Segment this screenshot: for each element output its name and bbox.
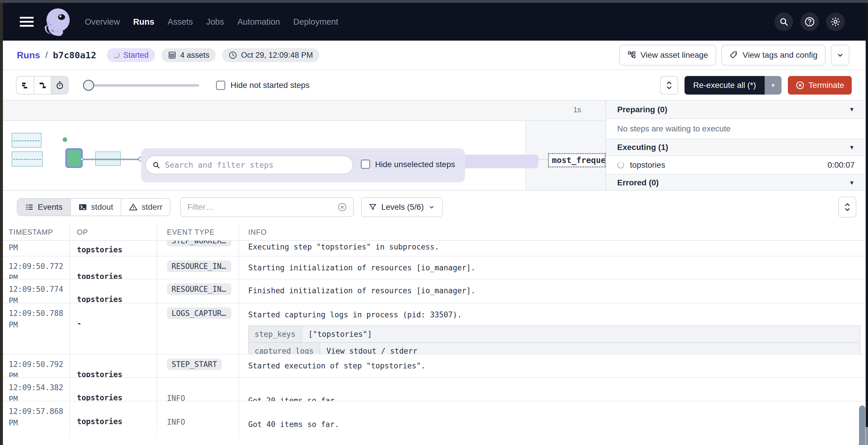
log-timestamp-link[interactable]: 12:09:54.382 PM bbox=[9, 382, 68, 402]
step-box-not-started-2[interactable] bbox=[11, 151, 43, 167]
warning-triangle-icon bbox=[129, 203, 137, 211]
breadcrumb-runs-link[interactable]: Runs bbox=[17, 50, 40, 61]
panel-section-errored[interactable]: Errored (0) ▼ bbox=[606, 175, 866, 190]
step-search-input[interactable] bbox=[164, 160, 346, 170]
col-header-info: INFO bbox=[248, 228, 267, 236]
view-asset-lineage-button[interactable]: View asset lineage bbox=[619, 45, 716, 66]
slider-handle[interactable] bbox=[83, 80, 94, 91]
log-timestamp-link[interactable]: 12:09:50.788 PM bbox=[9, 308, 68, 331]
log-toolbar: Events stdout stderr Level bbox=[3, 190, 866, 224]
dotted-connector bbox=[536, 159, 548, 160]
page-scrollbar-track[interactable] bbox=[866, 3, 868, 427]
executing-step-row[interactable]: topstories 0:00:07 bbox=[606, 156, 866, 175]
step-dot-running[interactable] bbox=[62, 137, 67, 142]
event-type-label: INFO bbox=[167, 418, 185, 426]
step-label-most-frequent[interactable]: most_frequent bbox=[548, 153, 606, 167]
funnel-icon bbox=[369, 203, 377, 211]
step-search-box[interactable] bbox=[145, 156, 353, 174]
log-timestamp-link[interactable]: 12:09:50.772 PM bbox=[9, 261, 68, 279]
event-type-badge: RESOURCE_INIT_S… bbox=[167, 261, 231, 272]
gantt-toolbar: Hide not started steps Re-execute all (*… bbox=[3, 70, 866, 101]
nav-item-assets[interactable]: Assets bbox=[167, 17, 193, 27]
nav-item-overview[interactable]: Overview bbox=[85, 17, 120, 27]
nav-item-runs[interactable]: Runs bbox=[133, 17, 154, 27]
breadcrumb-separator: / bbox=[45, 50, 48, 60]
help-icon[interactable] bbox=[800, 12, 819, 31]
log-info: Started capturing logs in process (pid: … bbox=[248, 309, 854, 354]
event-list-icon bbox=[25, 203, 34, 211]
caret-down-icon: ▼ bbox=[849, 106, 855, 113]
tab-stdout[interactable]: stdout bbox=[70, 199, 121, 215]
nav-item-deployment[interactable]: Deployment bbox=[293, 17, 338, 27]
run-status-badge: Started bbox=[107, 48, 155, 62]
col-header-timestamp: TIMESTAMP bbox=[9, 228, 53, 236]
log-filter-box[interactable] bbox=[180, 197, 353, 217]
log-scrollbar-thumb[interactable] bbox=[859, 406, 865, 445]
event-type-badge: RESOURCE_INIT_S… bbox=[167, 283, 231, 295]
metadata-row: step_keys ["topstories"] bbox=[249, 326, 860, 342]
tab-events[interactable]: Events bbox=[18, 199, 70, 215]
search-icon[interactable] bbox=[775, 12, 793, 31]
flat-view-icon[interactable] bbox=[17, 77, 34, 94]
levels-filter-button[interactable]: Levels (5/6) bbox=[361, 197, 442, 217]
settings-gear-icon[interactable] bbox=[826, 12, 845, 31]
view-tags-config-button[interactable]: View tags and config bbox=[721, 45, 826, 66]
terminate-button[interactable]: Terminate bbox=[788, 76, 852, 95]
log-timestamp-link[interactable]: 12:09:50.792 PM bbox=[9, 358, 68, 378]
spinner-icon bbox=[113, 52, 120, 58]
log-timestamp-link[interactable]: 12:09:50.770 PM bbox=[9, 241, 68, 253]
table-row: 12:09:54.382 PM topstories INFO Got 20 i… bbox=[3, 378, 866, 402]
table-row: 12:09:57.868 PM topstories INFO Got 40 i… bbox=[3, 402, 866, 445]
reexecute-dropdown-button[interactable]: ▾ bbox=[765, 76, 781, 95]
hide-unselected-checkbox[interactable] bbox=[361, 160, 370, 169]
step-box-not-started-1[interactable] bbox=[11, 133, 41, 148]
event-type-badge: LOGS_CAPTURED bbox=[167, 308, 231, 319]
metadata-value: ["topstories"] bbox=[302, 326, 378, 342]
log-panel-resize-button[interactable] bbox=[838, 197, 857, 217]
log-timestamp-link[interactable]: 12:09:57.868 PM bbox=[9, 406, 68, 429]
table-row: 12:09:50.788 PM - LOGS_CAPTURED Started … bbox=[3, 303, 866, 354]
log-op: topstories bbox=[77, 245, 123, 254]
event-log-table: TIMESTAMP OP EVENT TYPE INFO 12:09:50.77… bbox=[3, 224, 866, 445]
gantt-chart: 1s Hide unselected steps bbox=[3, 101, 866, 190]
tab-stderr[interactable]: stderr bbox=[121, 199, 170, 215]
table-row: 12:09:50.772 PM topstories RESOURCE_INIT… bbox=[3, 256, 866, 279]
search-icon bbox=[152, 161, 160, 169]
hide-not-started-label: Hide not started steps bbox=[230, 81, 309, 90]
captured-logs-link[interactable]: View stdout / stderr bbox=[320, 343, 424, 354]
panel-section-preparing[interactable]: Preparing (0) ▼ bbox=[606, 101, 866, 119]
step-elapsed-time: 0:00:07 bbox=[828, 161, 855, 170]
log-timestamp-link[interactable]: 12:09:50.774 PM bbox=[9, 283, 68, 303]
log-op: topstories bbox=[77, 417, 123, 426]
log-op: topstories bbox=[77, 370, 123, 378]
top-navbar: Overview Runs Assets Jobs Automation Dep… bbox=[3, 3, 866, 41]
assets-count-badge[interactable]: 4 assets bbox=[161, 48, 216, 62]
chevron-down-icon bbox=[836, 51, 844, 59]
gantt-view-mode-group bbox=[16, 76, 68, 95]
log-filter-input[interactable] bbox=[187, 202, 337, 212]
event-type-badge: STEP_START bbox=[167, 358, 222, 370]
nav-item-automation[interactable]: Automation bbox=[238, 17, 280, 27]
window-chrome-top bbox=[0, 0, 868, 3]
gantt-time-axis: 1s bbox=[3, 101, 606, 121]
reexecute-all-button[interactable]: Re-execute all (*) bbox=[685, 76, 765, 95]
time-tick-label: 1s bbox=[574, 106, 581, 114]
timed-view-icon[interactable] bbox=[51, 77, 68, 94]
hide-unselected-label: Hide unselected steps bbox=[375, 160, 455, 169]
log-info: Got 40 items so far. bbox=[248, 419, 854, 430]
dagster-logo-icon[interactable] bbox=[42, 7, 76, 36]
terminal-icon bbox=[79, 203, 87, 211]
nav-item-jobs[interactable]: Jobs bbox=[206, 17, 224, 27]
waterfall-view-icon[interactable] bbox=[34, 77, 51, 94]
panel-resize-button[interactable] bbox=[660, 76, 678, 95]
run-more-actions-button[interactable] bbox=[831, 45, 849, 66]
col-header-event-type: EVENT TYPE bbox=[167, 228, 215, 236]
table-row: 12:09:50.792 PM topstories STEP_START St… bbox=[3, 354, 866, 378]
gantt-zoom-slider[interactable] bbox=[83, 79, 199, 91]
step-name: topstories bbox=[630, 161, 665, 170]
clear-filter-icon[interactable] bbox=[337, 202, 347, 212]
asset-grid-icon bbox=[168, 51, 177, 60]
menu-icon[interactable] bbox=[20, 17, 34, 27]
panel-section-executing[interactable]: Executing (1) ▼ bbox=[606, 139, 866, 156]
hide-not-started-checkbox[interactable] bbox=[216, 81, 225, 90]
